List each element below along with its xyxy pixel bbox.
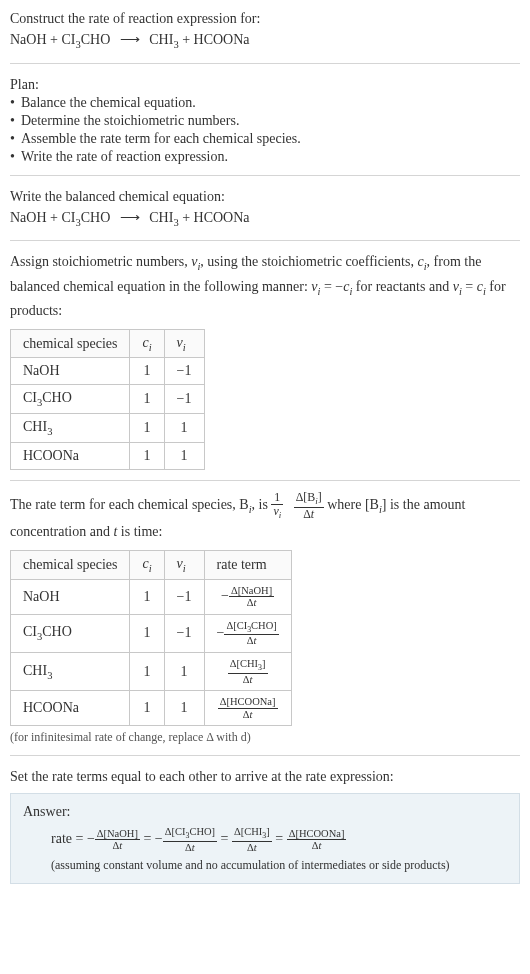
numerator: Δ[Bi] — [294, 491, 324, 507]
col-rate: rate term — [204, 550, 291, 579]
text: + HCOONa — [179, 210, 250, 225]
symbol-t: t — [254, 842, 257, 853]
text: ] — [266, 826, 270, 837]
eq-lhs: NaOH + CI3CHO — [10, 210, 110, 225]
cell-species: HCOONa — [11, 443, 130, 470]
cell-nu: −1 — [164, 579, 204, 614]
minus-sign: − — [217, 624, 225, 639]
table-row: chemical species ci νi — [11, 329, 205, 358]
table-row: NaOH 1 −1 −Δ[NaOH]Δt — [11, 579, 292, 614]
denominator: Δt — [95, 839, 140, 852]
text: = — [462, 279, 477, 294]
cell-nu: 1 — [164, 414, 204, 443]
cell-c: 1 — [130, 579, 164, 614]
cell-rate: Δ[CHI3]Δt — [204, 652, 291, 690]
text: Δ — [243, 674, 250, 685]
cell-species: NaOH — [11, 579, 130, 614]
cell-species: CI3CHO — [11, 614, 130, 652]
answer-assume: (assuming constant volume and no accumul… — [23, 858, 507, 873]
cell-c: 1 — [130, 691, 164, 726]
symbol-t: t — [319, 840, 322, 851]
list-item: •Determine the stoichiometric numbers. — [10, 113, 520, 129]
denominator: Δt — [224, 634, 278, 647]
col-species: chemical species — [11, 550, 130, 579]
final-title: Set the rate terms equal to each other t… — [10, 766, 520, 787]
reaction-arrow-icon: ⟶ — [114, 210, 146, 225]
bullet-icon: • — [10, 149, 21, 165]
text: is time: — [117, 524, 162, 539]
text: CHO — [42, 624, 72, 639]
text: , is — [252, 497, 272, 512]
text: ] — [318, 490, 322, 504]
subscript: i — [183, 341, 186, 352]
symbol-t: t — [119, 840, 122, 851]
text: = − — [320, 279, 343, 294]
minus-sign: − — [155, 831, 163, 846]
cell-c: 1 — [130, 385, 164, 414]
text: Δ[CI — [226, 620, 247, 631]
text: where [B — [327, 497, 379, 512]
fraction: Δ[CI3CHO]Δt — [224, 620, 278, 647]
reaction-arrow-icon: ⟶ — [114, 32, 146, 47]
minus-sign: − — [221, 588, 229, 603]
cell-species: NaOH — [11, 358, 130, 385]
numerator: Δ[NaOH] — [95, 828, 140, 840]
answer-label: Answer: — [23, 804, 507, 820]
table-row: NaOH 1 −1 — [11, 358, 205, 385]
cell-species: HCOONa — [11, 691, 130, 726]
fraction: Δ[CHI3]Δt — [232, 826, 272, 853]
text: , using the stoichiometric coefficients, — [200, 254, 417, 269]
plan-title: Plan: — [10, 74, 520, 95]
divider — [10, 175, 520, 176]
fraction: Δ[CHI3]Δt — [228, 658, 268, 685]
cell-species: CI3CHO — [11, 385, 130, 414]
cell-rate: −Δ[NaOH]Δt — [204, 579, 291, 614]
cell-nu: 1 — [164, 691, 204, 726]
question-prompt: Construct the rate of reaction expressio… — [10, 8, 520, 29]
cell-nu: −1 — [164, 358, 204, 385]
text: CHO — [42, 390, 72, 405]
text: Balance the chemical equation. — [21, 95, 196, 111]
col-nu: νi — [164, 550, 204, 579]
fraction: Δ[HCOONa]Δt — [218, 696, 278, 720]
list-item: •Assemble the rate term for each chemica… — [10, 131, 520, 147]
cell-nu: −1 — [164, 614, 204, 652]
fraction: Δ[CI3CHO]Δt — [163, 826, 217, 853]
equals-sign: = — [221, 831, 232, 846]
table-row: chemical species ci νi rate term — [11, 550, 292, 579]
text: NaOH + CI — [10, 32, 75, 47]
text: Δ[CI — [165, 826, 186, 837]
table-row: CHI3 1 1 — [11, 414, 205, 443]
divider — [10, 240, 520, 241]
col-species: chemical species — [11, 329, 130, 358]
subscript: i — [149, 563, 152, 574]
col-nu: νi — [164, 329, 204, 358]
table-row: CI3CHO 1 −1 — [11, 385, 205, 414]
fraction: Δ[NaOH]Δt — [229, 585, 274, 609]
text: CHI — [149, 32, 173, 47]
subscript: 3 — [47, 669, 52, 680]
numerator: Δ[CI3CHO] — [163, 826, 217, 841]
text: NaOH — [23, 363, 60, 378]
denominator: νi — [271, 504, 283, 521]
text: + HCOONa — [179, 32, 250, 47]
denominator: Δt — [232, 841, 272, 854]
text: Δ[CHI — [234, 826, 262, 837]
eq-lhs: NaOH + CI3CHO — [10, 32, 110, 47]
fraction: Δ[NaOH]Δt — [95, 828, 140, 852]
equals-sign: = — [275, 831, 286, 846]
cell-c: 1 — [130, 652, 164, 690]
fraction: Δ[Bi]Δt — [294, 491, 324, 521]
text: Write the rate of reaction expression. — [21, 149, 228, 165]
text: CHI — [23, 419, 47, 434]
text: Determine the stoichiometric numbers. — [21, 113, 240, 129]
denominator: Δt — [287, 839, 347, 852]
fraction: 1νi — [271, 491, 283, 521]
plan-list: •Balance the chemical equation. •Determi… — [10, 95, 520, 165]
text: CHI — [23, 663, 47, 678]
text: NaOH + CI — [10, 210, 75, 225]
denominator: Δt — [229, 596, 274, 609]
denominator: Δt — [228, 673, 268, 686]
text: Δ — [185, 842, 192, 853]
table-row: HCOONa 1 1 Δ[HCOONa]Δt — [11, 691, 292, 726]
